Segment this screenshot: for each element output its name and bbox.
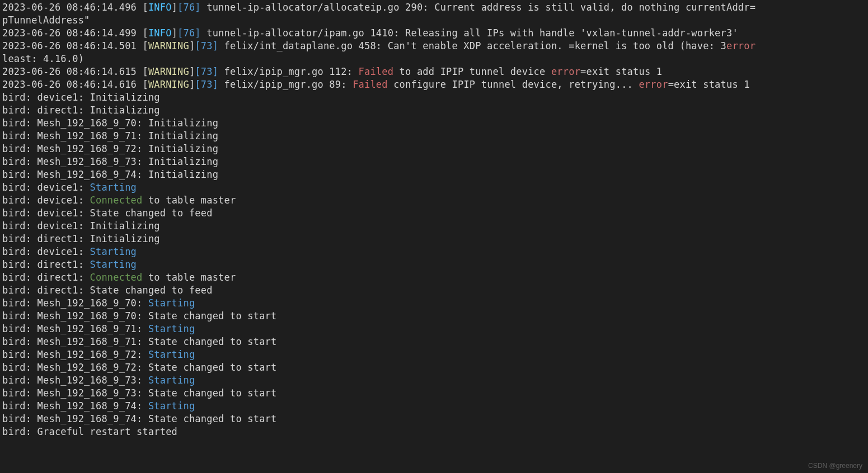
log-line: bird: direct1: Initializing — [2, 233, 160, 244]
log-level: WARNING — [148, 66, 189, 77]
log-line: bird: direct1: Initializing — [2, 105, 160, 116]
log-line: bird: Mesh_192_168_9_70: State changed t… — [2, 310, 276, 321]
bird-state: Starting — [148, 375, 195, 386]
log-line: bird: Mesh_192_168_9_74: State changed t… — [2, 413, 276, 424]
log-line: bird: Mesh_192_168_9_70: Starting — [2, 297, 195, 309]
bird-state: Starting — [148, 349, 195, 360]
bird-state: Initializing — [90, 92, 160, 103]
error-keyword: error — [726, 40, 756, 51]
terminal-output[interactable]: 2023-06-26 08:46:14.496 [INFO][76] tunne… — [0, 0, 868, 439]
bird-state: State changed to start — [148, 336, 277, 347]
log-line: bird: Mesh_192_168_9_74: Starting — [2, 400, 195, 411]
log-level: INFO — [148, 2, 172, 13]
log-line: bird: direct1: Starting — [2, 259, 137, 270]
bird-state: State changed to start — [148, 413, 277, 424]
bird-state: Initializing — [148, 169, 218, 180]
failed-keyword: Failed — [353, 79, 388, 90]
bird-state: Starting — [148, 297, 195, 309]
bird-state: Initializing — [90, 233, 160, 244]
log-line: bird: Mesh_192_168_9_71: State changed t… — [2, 336, 276, 347]
thread-id: [76] — [177, 27, 201, 39]
log-line: 2023-06-26 08:46:14.616 [WARNING][73] fe… — [2, 79, 750, 90]
log-line: bird: device1: Initializing — [2, 220, 160, 231]
log-line: bird: Mesh_192_168_9_72: Starting — [2, 349, 195, 360]
bird-state: Connected — [90, 195, 143, 206]
bird-state: State changed to start — [148, 310, 277, 321]
thread-id: [73] — [195, 40, 218, 51]
log-line: bird: Mesh_192_168_9_71: Starting — [2, 323, 195, 334]
bird-state: Initializing — [148, 156, 218, 167]
log-line: bird: Mesh_192_168_9_72: State changed t… — [2, 362, 276, 373]
bird-state: Initializing — [90, 220, 160, 231]
log-line: 2023-06-26 08:46:14.496 [INFO][76] tunne… — [2, 2, 756, 13]
bird-state: State changed to feed — [90, 207, 213, 219]
error-keyword: error — [639, 79, 668, 90]
log-line: bird: Graceful restart started — [2, 426, 177, 437]
log-level: INFO — [148, 27, 172, 39]
log-line: bird: direct1: Connected to table master — [2, 272, 236, 283]
bird-state: Starting — [148, 323, 195, 334]
log-line: bird: Mesh_192_168_9_72: Initializing — [2, 143, 218, 154]
bird-state: Graceful restart started — [37, 426, 177, 437]
log-line: bird: Mesh_192_168_9_73: Starting — [2, 375, 195, 386]
thread-id: [73] — [195, 66, 218, 77]
log-level: WARNING — [148, 40, 189, 51]
log-line: bird: device1: Starting — [2, 182, 137, 193]
bird-state: Starting — [90, 259, 137, 270]
log-level: WARNING — [148, 79, 189, 90]
log-line: bird: Mesh_192_168_9_70: Initializing — [2, 117, 218, 129]
bird-state: Initializing — [90, 105, 160, 116]
bird-state: Initializing — [148, 130, 218, 141]
log-line: bird: device1: Starting — [2, 246, 137, 257]
log-line: 2023-06-26 08:46:14.615 [WARNING][73] fe… — [2, 66, 662, 77]
log-line: 2023-06-26 08:46:14.501 [WARNING][73] fe… — [2, 40, 756, 51]
log-line: bird: Mesh_192_168_9_74: Initializing — [2, 169, 218, 180]
thread-id: [73] — [195, 79, 218, 90]
watermark: CSDN @greenery — [808, 462, 862, 470]
bird-state: State changed to feed — [90, 285, 213, 296]
log-line: pTunnelAddress" — [2, 15, 90, 26]
thread-id: [76] — [177, 2, 201, 13]
log-line: bird: device1: State changed to feed — [2, 207, 213, 219]
bird-state: State changed to start — [148, 362, 277, 373]
log-line: 2023-06-26 08:46:14.499 [INFO][76] tunne… — [2, 27, 738, 39]
log-line: bird: Mesh_192_168_9_73: State changed t… — [2, 387, 276, 399]
error-keyword: error — [551, 66, 580, 77]
bird-state: Initializing — [148, 143, 218, 154]
bird-state: Starting — [90, 246, 137, 257]
bird-state: Starting — [90, 182, 137, 193]
bird-state: Initializing — [148, 117, 218, 129]
log-line: bird: device1: Initializing — [2, 92, 160, 103]
failed-keyword: Failed — [359, 66, 394, 77]
bird-state: State changed to start — [148, 387, 277, 399]
log-line: bird: Mesh_192_168_9_73: Initializing — [2, 156, 218, 167]
log-line: bird: Mesh_192_168_9_71: Initializing — [2, 130, 218, 141]
bird-state: Connected — [90, 272, 143, 283]
bird-state: Starting — [148, 400, 195, 411]
log-line: bird: direct1: State changed to feed — [2, 285, 213, 296]
log-line: bird: device1: Connected to table master — [2, 195, 236, 206]
log-line: least: 4.16.0) — [2, 53, 84, 64]
